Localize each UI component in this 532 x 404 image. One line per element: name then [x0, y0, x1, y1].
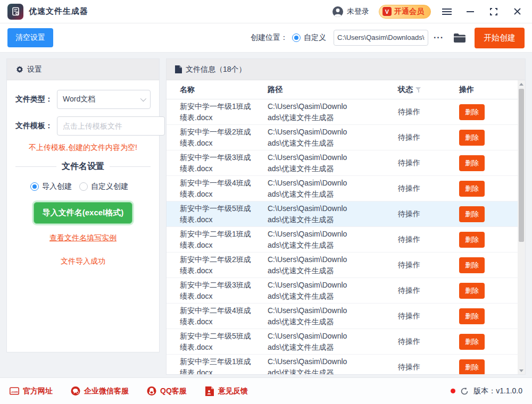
update-status-dot: [451, 389, 455, 393]
file-path-cell: C:\Users\Qasim\Downloads\优速文件生成器: [268, 229, 348, 250]
file-table: 名称 路径 状态 操作 新安中学一年级1班成绩表.docx C:\Users\Q…: [167, 80, 525, 374]
file-action-cell: 删除: [459, 181, 525, 197]
feedback-icon: [205, 386, 214, 396]
feedback-link[interactable]: 意见反馈: [205, 386, 248, 396]
file-name-cell: 新安中学二年级1班成绩表.docx: [180, 229, 253, 250]
file-name-cell: 新安中学一年级1班成绩表.docx: [180, 101, 253, 123]
create-location-label: 创建位置：: [251, 33, 288, 43]
table-row[interactable]: 新安中学一年级4班成绩表.docx C:\Users\Qasim\Downloa…: [167, 176, 525, 201]
template-upload-input[interactable]: [57, 116, 165, 136]
file-action-cell: 删除: [459, 334, 525, 350]
table-row[interactable]: 新安中学一年级2班成绩表.docx C:\Users\Qasim\Downloa…: [167, 125, 525, 150]
filename-example-link[interactable]: 查看文件名填写实例: [15, 233, 151, 243]
filter-funnel-icon[interactable]: [415, 87, 421, 92]
scrollbar-up-arrow[interactable]: [518, 80, 525, 88]
table-row[interactable]: 新安中学二年级3班成绩表.docx C:\Users\Qasim\Downloa…: [167, 278, 525, 304]
document-gear-icon: [11, 7, 20, 16]
table-row[interactable]: 新安中学二年级2班成绩表.docx C:\Users\Qasim\Downloa…: [167, 252, 525, 278]
file-name-cell: 新安中学一年级2班成绩表.docx: [180, 127, 253, 148]
close-icon: [514, 8, 521, 15]
wechat-service-icon: [71, 386, 80, 396]
file-path-cell: C:\Users\Qasim\Downloads\优速文件生成器: [268, 101, 348, 123]
file-path-cell: C:\Users\Qasim\Downloads\优速文件生成器: [268, 305, 348, 327]
column-header-name[interactable]: 名称: [180, 85, 268, 95]
table-scrollbar[interactable]: [518, 80, 525, 374]
import-success-text: 文件导入成功: [15, 257, 151, 266]
delete-button[interactable]: 删除: [459, 206, 485, 222]
maximize-icon: [490, 8, 497, 15]
template-warning-text: 不上传模板,创建的文件内容为空!: [15, 143, 151, 153]
delete-button[interactable]: 删除: [459, 334, 485, 350]
table-row[interactable]: 新安中学二年级1班成绩表.docx C:\Users\Qasim\Downloa…: [167, 227, 525, 252]
browse-more-button[interactable]: ···: [434, 33, 444, 43]
delete-button[interactable]: 删除: [459, 104, 485, 120]
version-label: 版本：v1.1.0.0: [473, 386, 522, 396]
file-status-cell: 待操作: [398, 209, 459, 219]
vip-badge-icon: V: [383, 7, 392, 16]
qq-service-icon: [147, 386, 156, 396]
settings-panel-header: 设置: [7, 59, 159, 80]
file-name-cell: 新安中学二年级5班成绩表.docx: [180, 331, 253, 352]
minimize-icon: [467, 11, 474, 13]
column-header-action: 操作: [459, 85, 525, 95]
file-status-cell: 待操作: [398, 286, 459, 296]
hamburger-icon: [442, 8, 452, 15]
table-row[interactable]: 新安中学二年级5班成绩表.docx C:\Users\Qasim\Downloa…: [167, 329, 525, 355]
custom-create-radio[interactable]: [79, 182, 88, 191]
file-action-cell: 删除: [459, 130, 525, 146]
import-filenames-button[interactable]: 导入文件名(excel格式): [34, 202, 133, 224]
table-row[interactable]: 新安中学二年级4班成绩表.docx C:\Users\Qasim\Downloa…: [167, 304, 525, 329]
divider: [110, 166, 151, 167]
delete-button[interactable]: 删除: [459, 359, 485, 375]
custom-create-radio-label: 自定义创建: [91, 182, 128, 191]
refresh-icon[interactable]: [460, 387, 469, 395]
file-path-cell: C:\Users\Qasim\Downloads\优速文件生成器: [268, 203, 348, 225]
chevron-down-icon: [140, 96, 146, 102]
delete-button[interactable]: 删除: [459, 257, 485, 273]
custom-location-radio[interactable]: [292, 33, 301, 42]
toolbar: 清空设置 创建位置： 自定义 ··· 开始创建: [0, 23, 532, 53]
file-name-cell: 新安中学三年级1班成绩表.docx: [180, 356, 253, 374]
wechat-service-link[interactable]: 企业微信客服: [71, 386, 129, 396]
minimize-button[interactable]: [463, 4, 478, 19]
menu-button[interactable]: [439, 4, 454, 19]
scrollbar-thumb[interactable]: [519, 89, 524, 242]
file-name-cell: 新安中学一年级4班成绩表.docx: [180, 178, 253, 199]
delete-button[interactable]: 删除: [459, 181, 485, 197]
footer-bar: .com 官方网址 企业微信客服: [0, 377, 532, 404]
delete-button[interactable]: 删除: [459, 308, 485, 324]
table-row[interactable]: 新安中学一年级1班成绩表.docx C:\Users\Qasim\Downloa…: [167, 99, 525, 125]
open-vip-button[interactable]: V 开通会员: [379, 5, 431, 19]
output-path-input[interactable]: [334, 30, 428, 46]
divider: [15, 166, 56, 167]
file-name-cell: 新安中学一年级5班成绩表.docx: [180, 203, 253, 225]
table-row[interactable]: 新安中学三年级1班成绩表.docx C:\Users\Qasim\Downloa…: [167, 355, 525, 374]
scrollbar-down-arrow[interactable]: [518, 367, 525, 374]
delete-button[interactable]: 删除: [459, 283, 485, 299]
column-header-path[interactable]: 路径: [268, 85, 398, 95]
gear-icon: [15, 65, 23, 73]
column-header-status[interactable]: 状态: [398, 85, 459, 95]
login-area[interactable]: 未登录: [332, 6, 369, 18]
file-type-select[interactable]: Word文档: [57, 90, 151, 109]
maximize-button[interactable]: [486, 4, 501, 19]
file-action-cell: 删除: [459, 308, 525, 324]
qq-service-link[interactable]: QQ客服: [147, 386, 187, 396]
table-row[interactable]: 新安中学一年级3班成绩表.docx C:\Users\Qasim\Downloa…: [167, 150, 525, 176]
delete-button[interactable]: 删除: [459, 155, 485, 171]
open-folder-button[interactable]: [453, 33, 466, 43]
file-status-cell: 待操作: [398, 337, 459, 347]
official-site-link[interactable]: .com 官方网址: [10, 386, 53, 396]
file-action-cell: 删除: [459, 232, 525, 248]
settings-panel-title: 设置: [27, 65, 42, 74]
file-path-cell: C:\Users\Qasim\Downloads\优速文件生成器: [268, 356, 348, 374]
delete-button[interactable]: 删除: [459, 232, 485, 248]
delete-button[interactable]: 删除: [459, 130, 485, 146]
start-create-button[interactable]: 开始创建: [475, 28, 525, 48]
table-row[interactable]: 新安中学一年级5班成绩表.docx C:\Users\Qasim\Downloa…: [167, 201, 525, 227]
close-button[interactable]: [510, 4, 525, 19]
clear-settings-button[interactable]: 清空设置: [7, 28, 53, 47]
user-avatar-icon: [332, 6, 344, 18]
import-create-radio[interactable]: [30, 182, 39, 191]
file-status-cell: 待操作: [398, 184, 459, 193]
